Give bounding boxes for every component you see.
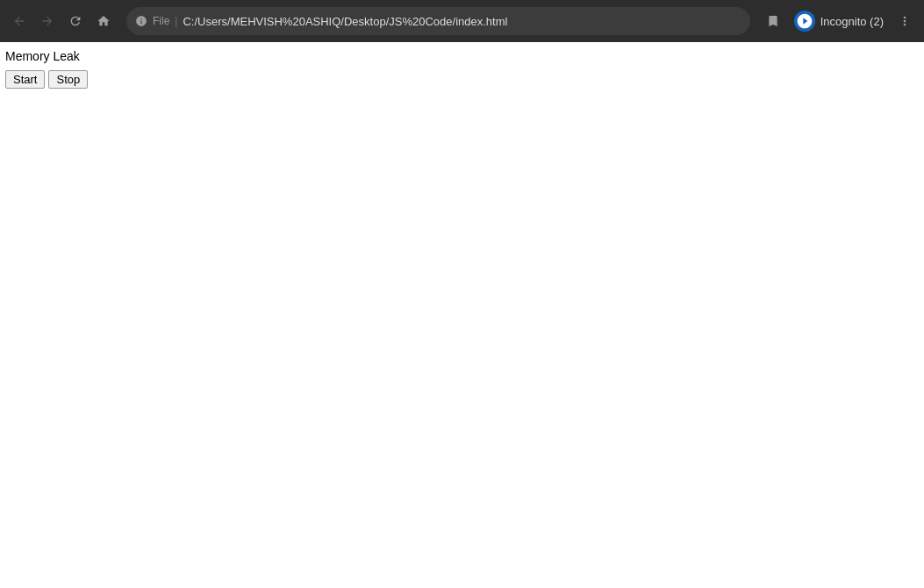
address-text: C:/Users/MEHVISH%20ASHIQ/Desktop/JS%20Co… <box>183 15 741 28</box>
file-label: File <box>153 15 169 27</box>
back-button[interactable] <box>7 9 32 33</box>
home-button[interactable] <box>91 9 116 33</box>
info-icon <box>135 15 147 27</box>
right-controls: Incognito (2) <box>761 9 917 33</box>
forward-button[interactable] <box>35 9 60 33</box>
button-row: Start Stop <box>5 70 919 89</box>
page-title: Memory Leak <box>5 49 919 63</box>
menu-button[interactable] <box>892 9 917 33</box>
stop-button[interactable]: Stop <box>48 70 88 89</box>
profile-label: Incognito (2) <box>820 15 884 28</box>
profile-button[interactable]: Incognito (2) <box>789 9 889 33</box>
page-content: Memory Leak Start Stop <box>0 42 924 588</box>
avatar <box>794 11 815 32</box>
nav-buttons <box>7 9 116 33</box>
address-separator: | <box>175 15 177 27</box>
start-button[interactable]: Start <box>5 70 45 89</box>
address-bar[interactable]: File | C:/Users/MEHVISH%20ASHIQ/Desktop/… <box>126 7 750 35</box>
bookmark-button[interactable] <box>761 9 785 33</box>
browser-toolbar: File | C:/Users/MEHVISH%20ASHIQ/Desktop/… <box>0 0 924 42</box>
reload-button[interactable] <box>63 9 88 33</box>
